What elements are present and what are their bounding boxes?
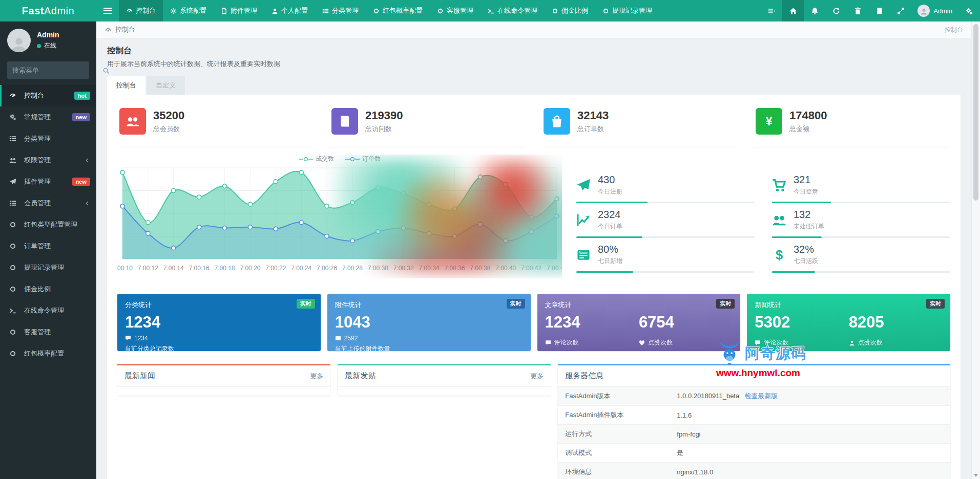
dashboard-icon xyxy=(9,92,16,99)
mini-stat-value: 430 xyxy=(598,174,622,186)
more-link[interactable]: 更多 xyxy=(530,372,544,381)
stat-cards-row: 35200总会员数219390总访问数32143总订单数¥174800总金额 xyxy=(117,105,950,147)
topnav-item-附件管理[interactable]: 附件管理 xyxy=(214,0,264,21)
mini-stat-label: 七日活跃 xyxy=(794,257,818,266)
box-value: 1043 xyxy=(335,314,523,331)
list-icon xyxy=(9,135,16,142)
svg-text:7:00:40: 7:00:40 xyxy=(495,265,516,272)
sidebar-search xyxy=(7,61,89,79)
circle-icon xyxy=(602,8,609,14)
mini-stats-grid: 430今日注册321今日登录2324今日订单132未处理订单80%七日新增$32… xyxy=(576,155,950,278)
book-icon-button[interactable] xyxy=(868,0,890,21)
svg-text:7:00:24: 7:00:24 xyxy=(291,265,311,272)
online-status: 在线 xyxy=(37,41,59,50)
mini-stat-今日注册: 430今日注册 xyxy=(576,174,755,209)
svg-text:7:00:12: 7:00:12 xyxy=(138,265,158,272)
box-value: 6754 xyxy=(639,314,733,331)
server-info-row: 环境信息nginx/1.18.0 xyxy=(558,463,950,479)
topnav-item-客服管理[interactable]: 客服管理 xyxy=(430,0,481,21)
chevron-left-icon xyxy=(85,201,90,206)
box-value: 8205 xyxy=(849,314,943,331)
home-icon-button[interactable] xyxy=(782,0,804,21)
check-latest-link[interactable]: 检查最新版 xyxy=(744,392,778,400)
tab-console[interactable]: 控制台 xyxy=(107,76,145,95)
mini-stat-value: 132 xyxy=(794,209,824,221)
mini-stat-七日活跃: $32%七日活跃 xyxy=(772,244,950,278)
mini-stat-今日订单: 2324今日订单 xyxy=(576,209,755,244)
app-logo[interactable]: FastAdmin xyxy=(0,0,96,21)
svg-text:7:00:44: 7:00:44 xyxy=(547,265,562,272)
box-title: 分类统计 xyxy=(125,300,313,310)
chevron-left-icon xyxy=(85,158,90,163)
comment-icon xyxy=(755,340,761,346)
more-link[interactable]: 更多 xyxy=(310,372,323,381)
admin-user-menu[interactable]: Admin xyxy=(911,0,958,21)
menu-list-icon-button[interactable] xyxy=(761,0,782,21)
circle-icon xyxy=(9,243,16,250)
book-icon xyxy=(338,115,351,128)
gears-icon-button[interactable] xyxy=(958,0,980,21)
mini-stat-label: 今日注册 xyxy=(598,187,622,196)
svg-text:$: $ xyxy=(776,248,783,262)
tab-custom[interactable]: 自定义 xyxy=(147,76,185,95)
box-value: 5302 xyxy=(755,314,848,331)
latest-news-panel: 最新新闻 更多 xyxy=(117,364,330,396)
sidebar-item-订单管理[interactable]: 订单管理 xyxy=(0,235,96,257)
topnav-item-提现记录管理[interactable]: 提现记录管理 xyxy=(595,0,659,21)
sidebar-toggle-button[interactable] xyxy=(96,0,119,21)
topnav-item-个人配置[interactable]: 个人配置 xyxy=(264,0,315,21)
search-icon xyxy=(102,67,110,74)
mini-stat-今日登录: 321今日登录 xyxy=(772,174,950,209)
sidebar-item-红包类型配置管理[interactable]: 红包类型配置管理 xyxy=(0,214,96,235)
sidebar-item-会员管理[interactable]: 会员管理 xyxy=(0,192,96,214)
circle-icon xyxy=(552,8,558,14)
realtime-badge: 实时 xyxy=(716,299,735,309)
search-icon[interactable] xyxy=(102,66,110,75)
topnav-item-系统配置[interactable]: 系统配置 xyxy=(163,0,214,21)
bell-icon-button[interactable] xyxy=(804,0,825,21)
sidebar: Admin 在线 控制台hot常规管理new分类管理权限管理插件管理new会员管… xyxy=(0,21,96,479)
search-input[interactable] xyxy=(12,67,102,74)
users-icon xyxy=(9,157,16,164)
trash-icon-button[interactable] xyxy=(847,0,868,21)
avatar[interactable] xyxy=(7,29,31,52)
box-value: 1234 xyxy=(125,314,313,331)
topnav-item-在线命令管理[interactable]: 在线命令管理 xyxy=(481,0,545,21)
sidebar-item-客服管理[interactable]: 客服管理 xyxy=(0,321,96,343)
stat-value: 219390 xyxy=(365,109,403,122)
sidebar-item-插件管理[interactable]: 插件管理new xyxy=(0,171,96,192)
topnav-item-分类管理[interactable]: 分类管理 xyxy=(315,0,366,21)
realtime-badge: 实时 xyxy=(297,299,315,309)
sidebar-item-控制台[interactable]: 控制台hot xyxy=(0,85,96,106)
sidebar-item-佣金比例[interactable]: 佣金比例 xyxy=(0,278,96,300)
topnav-item-红包概率配置[interactable]: 红包概率配置 xyxy=(366,0,430,21)
user-icon xyxy=(272,8,278,14)
scrollbar-thumb[interactable] xyxy=(973,24,978,201)
scrollbar-down-arrow[interactable] xyxy=(974,474,978,477)
expand-icon-button[interactable] xyxy=(890,0,911,21)
sidebar-item-红包概率配置[interactable]: 红包概率配置 xyxy=(0,343,96,364)
topnav-item-佣金比例[interactable]: 佣金比例 xyxy=(545,0,595,21)
legend-item-成交数[interactable]: 成交数 xyxy=(299,155,334,163)
refresh-icon-button[interactable] xyxy=(825,0,847,21)
sidebar-username: Admin xyxy=(37,31,59,39)
summary-box-文章统计: 文章统计实时1234评论次数6754点赞次数 xyxy=(537,294,741,351)
breadcrumb-item[interactable]: 控制台 xyxy=(115,25,135,34)
tab-bar: 控制台 自定义 xyxy=(107,76,961,95)
svg-text:7:00:28: 7:00:28 xyxy=(342,265,363,272)
trash-icon xyxy=(854,7,862,15)
sidebar-item-在线命令管理[interactable]: 在线命令管理 xyxy=(0,300,96,321)
rocket-icon xyxy=(576,178,591,192)
sidebar-item-常规管理[interactable]: 常规管理new xyxy=(0,106,96,128)
circle-icon xyxy=(373,8,380,14)
sidebar-item-提现记录管理[interactable]: 提现记录管理 xyxy=(0,257,96,278)
box-title: 文章统计 xyxy=(545,300,733,310)
legend-item-订单数[interactable]: 订单数 xyxy=(345,155,381,163)
progress-bar xyxy=(772,271,950,273)
sidebar-item-权限管理[interactable]: 权限管理 xyxy=(0,149,96,171)
topnav-item-控制台[interactable]: 控制台 xyxy=(119,0,163,21)
sidebar-item-分类管理[interactable]: 分类管理 xyxy=(0,128,96,149)
menu-badge: new xyxy=(72,113,90,121)
home-icon xyxy=(789,7,797,15)
chart-canvas: 7:00:107:00:127:00:147:00:167:00:187:00:… xyxy=(117,155,562,276)
